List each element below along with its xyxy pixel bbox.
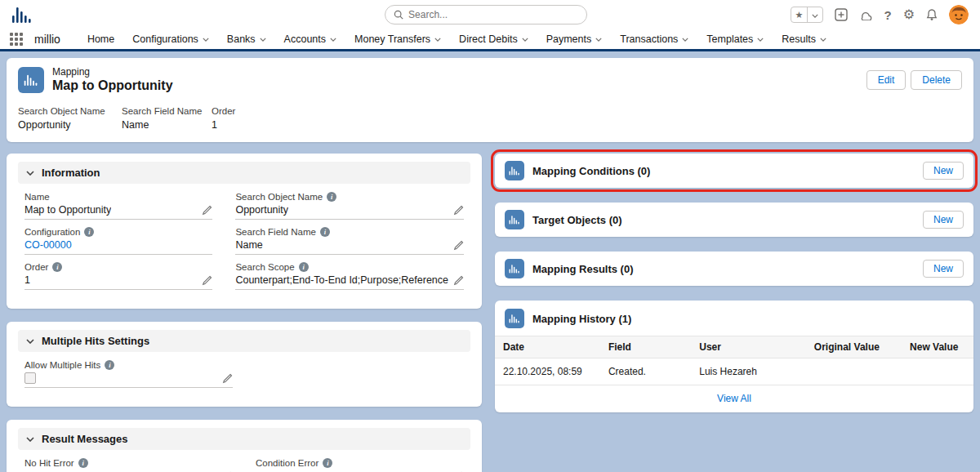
- view-all-link[interactable]: View All: [717, 393, 751, 404]
- search-input[interactable]: [408, 9, 578, 20]
- history-new-value: [902, 358, 973, 385]
- favorites-dropdown-icon[interactable]: [808, 7, 822, 22]
- multiple-hits-section-toggle[interactable]: Multiple Hits Settings: [18, 330, 470, 352]
- nav-tab-payments[interactable]: Payments: [537, 33, 612, 45]
- column-header-original-value[interactable]: Original Value: [806, 336, 902, 358]
- field-search-object-name: Search Object Namei Opportunity: [235, 192, 464, 220]
- table-row: 22.10.2025, 08:59 Created. Luis Hezareh: [495, 358, 973, 385]
- mapping-history-icon: [505, 309, 524, 328]
- edit-pencil-icon[interactable]: [453, 275, 464, 286]
- multiple-hits-card: Multiple Hits Settings Allow Multiple Hi…: [7, 322, 482, 407]
- field-allow-multiple-hits: Allow Multiple Hitsi: [24, 360, 233, 388]
- field-order: Orderi 1: [24, 262, 212, 290]
- nav-tab-direct-debits[interactable]: Direct Debits: [450, 33, 537, 45]
- edit-button[interactable]: Edit: [866, 70, 906, 90]
- edit-pencil-icon[interactable]: [222, 373, 233, 384]
- mapping-results-icon: [505, 259, 524, 278]
- info-icon[interactable]: i: [327, 192, 336, 202]
- result-messages-section-toggle[interactable]: Result Messages: [18, 428, 470, 450]
- information-section-toggle[interactable]: Information: [18, 162, 470, 184]
- info-icon[interactable]: i: [323, 458, 332, 468]
- global-header: ★ ? ⚙: [0, 0, 980, 29]
- column-header-new-value[interactable]: New Value: [902, 336, 973, 358]
- app-launcher-icon[interactable]: [10, 33, 23, 46]
- search-icon: [394, 10, 403, 20]
- field-search-field-name: Search Field Namei Name: [235, 227, 464, 255]
- edit-pencil-icon[interactable]: [453, 205, 464, 216]
- column-header-date[interactable]: Date: [495, 336, 600, 358]
- highlight-search-object-name: Search Object Name Opportunity: [18, 106, 122, 131]
- nav-tab-money-transfers[interactable]: Money Transfers: [345, 33, 450, 45]
- new-mapping-result-button[interactable]: New: [923, 260, 964, 278]
- info-icon[interactable]: i: [52, 262, 62, 272]
- guidance-center-icon[interactable]: [859, 9, 872, 20]
- info-icon[interactable]: i: [105, 360, 114, 370]
- chevron-down-icon: [820, 38, 826, 42]
- info-icon[interactable]: i: [299, 262, 309, 272]
- result-messages-card: Result Messages No Hit Errori No mapping…: [7, 420, 482, 472]
- related-list-title[interactable]: Mapping Results (0): [532, 263, 634, 275]
- nav-tab-transactions[interactable]: Transactions: [611, 33, 697, 45]
- allow-multiple-hits-checkbox[interactable]: [24, 372, 36, 384]
- record-header-card: Mapping Map to Opportunity Edit Delete S…: [7, 58, 973, 142]
- nav-tab-home[interactable]: Home: [78, 33, 123, 45]
- history-user-link[interactable]: Luis Hezareh: [691, 358, 806, 385]
- nav-tab-templates[interactable]: Templates: [697, 33, 773, 45]
- column-header-user[interactable]: User: [691, 336, 806, 358]
- history-table: Date Field User Original Value New Value…: [495, 336, 973, 385]
- app-nav-bar: millio Home Configurations Banks Account…: [0, 29, 980, 51]
- favorites-button[interactable]: ★: [791, 7, 824, 23]
- chevron-down-icon: [595, 38, 602, 42]
- nav-tab-accounts[interactable]: Accounts: [275, 33, 345, 45]
- chevron-down-icon: [522, 38, 528, 42]
- edit-pencil-icon[interactable]: [202, 275, 212, 286]
- related-list-mapping-results: Mapping Results (0) New: [495, 252, 973, 286]
- related-list-title[interactable]: Mapping History (1): [532, 313, 631, 325]
- field-search-scope: Search Scopei Counterpart;End-To-End Id;…: [235, 262, 464, 290]
- edit-pencil-icon[interactable]: [453, 240, 464, 251]
- new-mapping-condition-button[interactable]: New: [923, 162, 964, 180]
- global-actions-icon[interactable]: [835, 8, 848, 21]
- nav-tab-results[interactable]: Results: [773, 33, 835, 45]
- mapping-conditions-icon: [505, 161, 524, 180]
- chevron-down-icon: [434, 38, 441, 42]
- highlight-order: Order 1: [212, 106, 235, 131]
- section-collapse-icon: [26, 437, 34, 442]
- field-no-hit-error: No Hit Errori No mapping result.: [24, 458, 233, 472]
- related-list-title[interactable]: Mapping Conditions (0): [532, 165, 650, 177]
- nav-tab-configurations[interactable]: Configurations: [123, 33, 218, 45]
- edit-pencil-icon[interactable]: [202, 205, 212, 216]
- notifications-bell-icon[interactable]: [926, 9, 938, 21]
- history-field: Created.: [600, 358, 691, 385]
- favorites-star-icon[interactable]: ★: [791, 7, 808, 22]
- nav-tab-banks[interactable]: Banks: [218, 33, 275, 45]
- new-target-object-button[interactable]: New: [923, 211, 964, 229]
- help-icon[interactable]: ?: [884, 9, 891, 21]
- related-list-mapping-conditions: Mapping Conditions (0) New: [495, 154, 973, 188]
- section-collapse-icon: [26, 171, 34, 176]
- info-icon[interactable]: i: [320, 227, 330, 237]
- configuration-link[interactable]: CO-00000: [24, 239, 72, 251]
- millio-logo-icon: [11, 6, 33, 24]
- global-search[interactable]: [385, 5, 587, 24]
- info-icon[interactable]: i: [78, 458, 88, 468]
- page-title: Map to Opportunity: [52, 78, 173, 93]
- mapping-history-card: Mapping History (1) Date Field User Orig…: [495, 301, 973, 412]
- history-original-value: [806, 358, 902, 385]
- setup-gear-icon[interactable]: ⚙: [903, 8, 915, 21]
- related-list-title[interactable]: Target Objects (0): [532, 214, 622, 226]
- field-condition-error: Condition Errori Condition '{condition_n…: [256, 458, 464, 472]
- field-configuration: Configurationi CO-00000: [24, 227, 212, 255]
- delete-button[interactable]: Delete: [911, 70, 962, 90]
- information-card: Information Name Map to Opportunity Conf…: [7, 154, 482, 309]
- history-date: 22.10.2025, 08:59: [495, 358, 600, 385]
- avatar[interactable]: [949, 5, 969, 24]
- highlights-panel: Search Object Name Opportunity Search Fi…: [18, 106, 962, 131]
- app-name: millio: [34, 33, 60, 46]
- column-header-field[interactable]: Field: [600, 336, 691, 358]
- chevron-down-icon: [203, 38, 209, 42]
- info-icon[interactable]: i: [84, 227, 94, 237]
- field-name: Name Map to Opportunity: [24, 192, 212, 220]
- chevron-down-icon: [260, 38, 266, 42]
- related-list-target-objects: Target Objects (0) New: [495, 203, 973, 237]
